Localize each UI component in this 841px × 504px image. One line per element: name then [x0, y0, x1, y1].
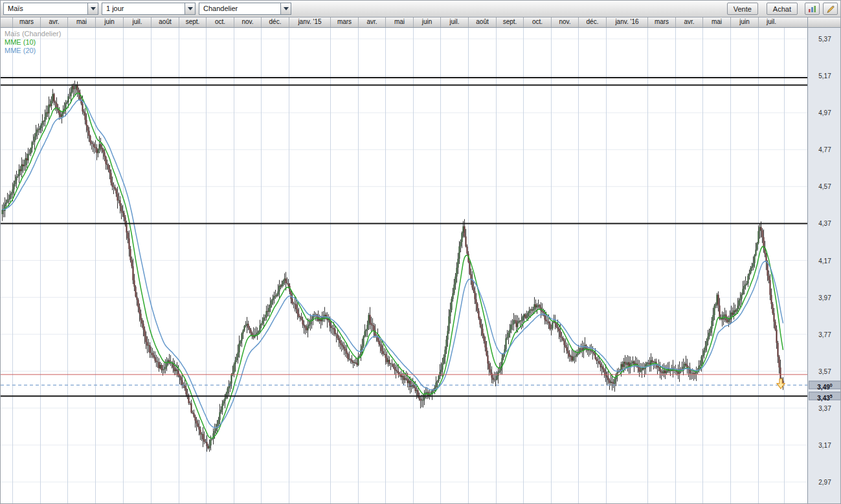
price-tick-label: 4,37	[808, 220, 841, 227]
time-axis-month: sept.	[496, 17, 523, 27]
time-axis-month: janv. '16	[606, 17, 647, 27]
time-axis-month: juil.	[440, 17, 468, 27]
price-tick-label: 3,17	[808, 441, 841, 448]
time-axis-month: août	[151, 17, 179, 27]
toolbar: Maïs 1 jour Chandelier Vente Achat	[1, 1, 840, 17]
chevron-down-icon	[91, 7, 96, 10]
time-axis-offset	[1, 17, 12, 27]
time-axis-month: nov.	[551, 17, 578, 27]
time-axis-month: déc.	[261, 17, 289, 27]
chart-icon	[808, 5, 817, 13]
price-tick-label: 4,57	[808, 183, 841, 190]
time-axis-month: avr.	[358, 17, 385, 27]
axis-corner	[807, 17, 841, 27]
time-axis-month: juil.	[123, 17, 151, 27]
chart-legend: Maïs (Chandelier)MME (10)MME (20)	[5, 30, 61, 55]
ema-line-20	[3, 100, 783, 428]
timeframe-select[interactable]: 1 jour	[102, 3, 196, 15]
ema-line-10	[3, 93, 783, 438]
chevron-down-icon	[284, 7, 289, 10]
trading-platform-window: Maïs 1 jour Chandelier Vente Achat	[0, 0, 841, 504]
time-axis-month: janv. '15	[289, 17, 330, 27]
time-axis-month: juin	[413, 17, 440, 27]
time-axis-month: avr.	[675, 17, 702, 27]
price-tick-label: 5,37	[808, 36, 841, 43]
price-tick-label: 3,97	[808, 294, 841, 301]
chart-type-select-value[interactable]: Chandelier	[199, 3, 280, 15]
price-tick-label: 2,97	[808, 479, 841, 486]
time-axis-month: mars	[647, 17, 675, 27]
price-tick-label: 3,57	[808, 367, 841, 375]
draw-button[interactable]	[823, 3, 838, 15]
timeframe-select-value[interactable]: 1 jour	[102, 3, 185, 15]
chart-type-select-arrow-button[interactable]	[280, 3, 291, 15]
pencil-icon	[826, 5, 835, 14]
buy-button[interactable]: Achat	[767, 3, 798, 15]
chart-type-select[interactable]: Chandelier	[199, 3, 291, 15]
time-axis-month: oct.	[523, 17, 551, 27]
time-axis-filler	[784, 17, 807, 27]
time-axis[interactable]: marsavr.maijuinjuil.aoûtsept.oct.nov.déc…	[1, 17, 841, 28]
time-axis-month: oct.	[206, 17, 234, 27]
instrument-select[interactable]: Maïs	[3, 3, 98, 15]
time-axis-month: sept.	[179, 17, 206, 27]
time-axis-month: mars	[12, 17, 40, 27]
time-axis-month: mai	[385, 17, 413, 27]
sell-signal-arrow-icon	[777, 379, 785, 389]
price-tick-label: 4,17	[808, 257, 841, 264]
sell-button[interactable]: Vente	[727, 3, 758, 15]
time-axis-month: août	[468, 17, 496, 27]
instrument-select-arrow-button[interactable]	[87, 3, 98, 15]
legend-item: MME (20)	[5, 47, 61, 55]
legend-item: MME (10)	[5, 38, 61, 47]
price-axis[interactable]: 5,375,174,974,774,574,374,173,973,773,57…	[807, 28, 841, 504]
time-axis-month: mars	[330, 17, 358, 27]
instrument-select-value[interactable]: Maïs	[3, 3, 87, 15]
price-tick-label: 4,77	[808, 146, 841, 153]
legend-item: Maïs (Chandelier)	[5, 30, 61, 38]
price-tick-label: 3,77	[808, 331, 841, 338]
price-tick-label: 3,37	[808, 404, 841, 411]
candlestick-chart[interactable]	[1, 28, 807, 504]
time-axis-month: mai	[67, 17, 95, 27]
price-marker-badge: 3,490	[809, 381, 841, 389]
price-tick-label: 5,17	[808, 72, 841, 80]
price-marker-badge: 3,435	[809, 392, 841, 400]
chevron-down-icon	[188, 7, 193, 10]
time-axis-month: déc.	[578, 17, 606, 27]
time-axis-month: nov.	[234, 17, 261, 27]
time-axis-month: avr.	[40, 17, 67, 27]
time-axis-month: mai	[702, 17, 730, 27]
candles-down	[4, 85, 783, 448]
time-axis-month: juin	[95, 17, 123, 27]
time-axis-month: juil.	[758, 17, 784, 27]
candles-up	[3, 85, 760, 448]
chart-tools-button[interactable]	[805, 3, 820, 15]
chart-area[interactable]: Maïs (Chandelier)MME (10)MME (20)	[1, 28, 807, 504]
timeframe-select-arrow-button[interactable]	[185, 3, 196, 15]
time-axis-month: juin	[730, 17, 758, 27]
price-tick-label: 4,97	[808, 109, 841, 116]
